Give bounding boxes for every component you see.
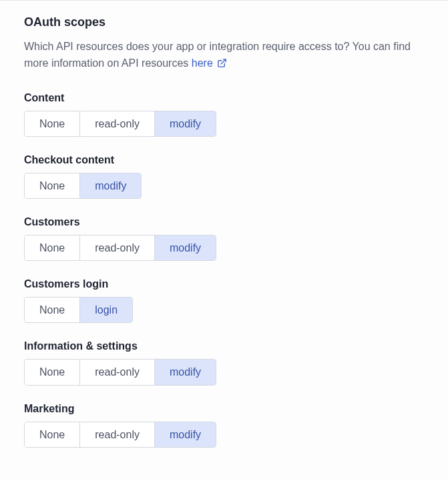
scope-option-button[interactable]: modify xyxy=(155,422,216,447)
scope-option-group: Nonelogin xyxy=(24,297,133,323)
scope-option-button[interactable]: modify xyxy=(155,235,216,260)
scope-block: ContentNoneread-onlymodify xyxy=(24,92,424,137)
external-link-icon xyxy=(217,57,227,73)
section-title: OAuth scopes xyxy=(24,15,424,29)
scope-label: Customers login xyxy=(24,278,424,290)
scope-label: Content xyxy=(24,92,424,104)
scope-option-group: Noneread-onlymodify xyxy=(24,111,216,137)
scope-option-group: Noneread-onlymodify xyxy=(24,235,216,261)
scope-option-button[interactable]: None xyxy=(25,173,80,198)
scope-option-button[interactable]: None xyxy=(25,235,80,260)
scope-option-button[interactable]: modify xyxy=(155,111,216,136)
scope-block: Checkout contentNonemodify xyxy=(24,154,424,199)
scope-option-button[interactable]: modify xyxy=(80,173,141,198)
api-resources-link[interactable]: here xyxy=(192,57,227,69)
scopes-list: ContentNoneread-onlymodifyCheckout conte… xyxy=(24,92,424,448)
scope-option-button[interactable]: login xyxy=(80,298,132,322)
scope-option-button[interactable]: None xyxy=(25,422,80,447)
api-resources-link-label: here xyxy=(192,57,213,69)
scope-option-button[interactable]: read-only xyxy=(80,111,155,136)
scope-option-button[interactable]: read-only xyxy=(80,422,155,447)
scope-block: Customers loginNonelogin xyxy=(24,278,424,323)
scope-label: Customers xyxy=(24,216,424,228)
scope-block: MarketingNoneread-onlymodify xyxy=(24,403,424,448)
oauth-scopes-panel: OAuth scopes Which API resources does yo… xyxy=(0,0,448,479)
scope-block: Information & settingsNoneread-onlymodif… xyxy=(24,340,424,385)
scope-label: Marketing xyxy=(24,403,424,415)
scope-option-button[interactable]: read-only xyxy=(80,235,155,260)
scope-option-button[interactable]: None xyxy=(25,298,80,322)
svg-line-0 xyxy=(222,59,226,64)
scope-option-button[interactable]: None xyxy=(25,360,80,384)
scope-label: Information & settings xyxy=(24,340,424,352)
scope-option-button[interactable]: None xyxy=(25,111,80,136)
scope-option-group: Noneread-onlymodify xyxy=(24,359,216,385)
scope-block: CustomersNoneread-onlymodify xyxy=(24,216,424,261)
section-description: Which API resources does your app or int… xyxy=(24,39,424,73)
scope-option-button[interactable]: read-only xyxy=(80,360,155,384)
scope-option-group: Noneread-onlymodify xyxy=(24,422,216,448)
scope-option-button[interactable]: modify xyxy=(155,360,216,384)
scope-label: Checkout content xyxy=(24,154,424,166)
scope-option-group: Nonemodify xyxy=(24,173,142,199)
